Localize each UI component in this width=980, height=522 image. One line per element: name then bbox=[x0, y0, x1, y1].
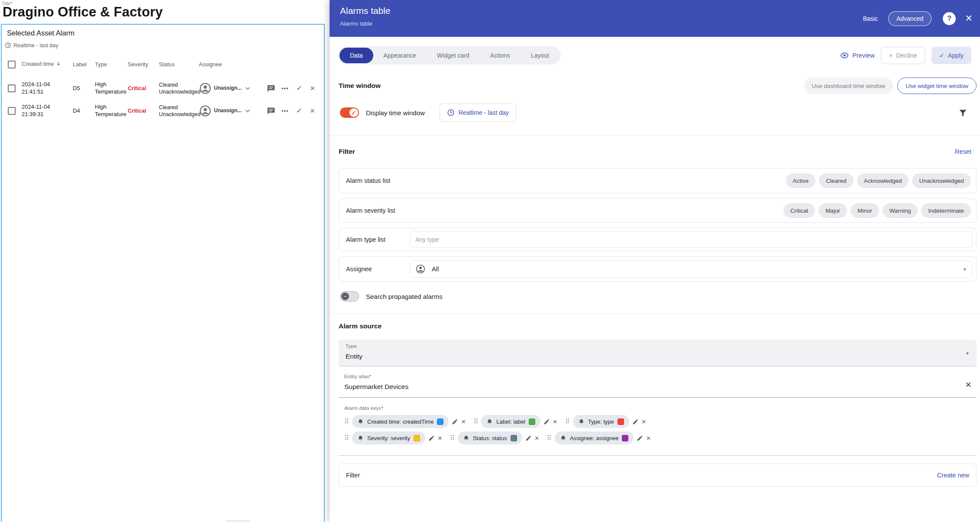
assignee-select[interactable]: All ▾ bbox=[410, 260, 973, 278]
row-checkbox[interactable] bbox=[8, 84, 16, 92]
column-header-assignee[interactable]: Assignee bbox=[199, 61, 254, 68]
tab-actions[interactable]: Actions bbox=[480, 48, 521, 63]
column-header-severity[interactable]: Severity bbox=[128, 61, 157, 68]
assignee-select[interactable]: Unassign... bbox=[199, 82, 254, 95]
edit-icon[interactable] bbox=[543, 418, 550, 425]
advanced-mode-button[interactable]: Advanced bbox=[888, 11, 931, 26]
chevron-down-icon[interactable] bbox=[244, 84, 252, 92]
table-row[interactable]: 2024-11-04 21:41:51 D5 High Temperature … bbox=[7, 77, 321, 100]
edit-icon[interactable] bbox=[632, 418, 639, 425]
display-time-window-toggle[interactable]: ✓ bbox=[340, 107, 359, 118]
clear-alarm-button[interactable]: × bbox=[310, 106, 315, 117]
tab-layout[interactable]: Layout bbox=[521, 48, 560, 63]
table-row[interactable]: 2024-11-04 21:39:31 D4 High Temperature … bbox=[7, 100, 321, 122]
severity-chip-indeterminate[interactable]: Indeterminate bbox=[921, 203, 971, 218]
tab-data[interactable]: Data bbox=[340, 48, 373, 63]
source-type-select[interactable]: Type Entity ▾ bbox=[339, 340, 977, 366]
status-chip-active[interactable]: Active bbox=[786, 173, 816, 188]
edit-icon[interactable] bbox=[452, 418, 458, 425]
status-chip-cleared[interactable]: Cleared bbox=[819, 173, 853, 188]
drag-handle-icon[interactable]: ⠿ bbox=[450, 434, 455, 442]
severity-chip-minor[interactable]: Minor bbox=[851, 203, 879, 218]
data-key-chip[interactable]: ⠿ Assignee: assignee × bbox=[547, 431, 651, 444]
remove-icon[interactable]: × bbox=[642, 418, 646, 425]
clear-icon[interactable]: × bbox=[965, 379, 971, 390]
keys-row: ⠿ Severity: severity × ⠿ Stat bbox=[344, 431, 650, 444]
drag-handle-icon[interactable]: ⠿ bbox=[344, 434, 349, 442]
drag-handle-icon[interactable]: ⠿ bbox=[565, 418, 570, 425]
key-color-swatch[interactable] bbox=[529, 418, 535, 425]
key-color-swatch[interactable] bbox=[437, 418, 443, 425]
key-color-swatch[interactable] bbox=[414, 435, 420, 441]
key-color-swatch[interactable] bbox=[618, 418, 624, 425]
remove-icon[interactable]: × bbox=[535, 434, 539, 442]
drag-handle-icon[interactable]: ⠿ bbox=[473, 418, 478, 425]
data-key-chip[interactable]: ⠿ Label: label × bbox=[473, 415, 557, 428]
search-propagated-toggle[interactable]: − bbox=[340, 291, 359, 302]
column-header-created-time[interactable]: Created time bbox=[22, 61, 71, 69]
severity-chip-warning[interactable]: Warning bbox=[883, 203, 918, 218]
remove-icon[interactable]: × bbox=[553, 418, 557, 425]
decline-button[interactable]: × Decline bbox=[881, 47, 925, 64]
basic-mode-button[interactable]: Basic bbox=[860, 15, 880, 22]
entity-alias-field[interactable]: Entity alias* Supermarket Devices × bbox=[339, 372, 977, 398]
use-widget-time-window-button[interactable]: Use widget time window bbox=[897, 78, 977, 94]
key-color-swatch[interactable] bbox=[622, 435, 628, 441]
assignee-select[interactable]: Unassign... bbox=[199, 104, 254, 117]
alarm-type-input[interactable] bbox=[410, 236, 972, 243]
tab-appearance[interactable]: Appearance bbox=[373, 48, 427, 63]
edit-icon[interactable] bbox=[525, 435, 532, 441]
config-subtitle: Alarms table bbox=[340, 20, 372, 27]
edit-icon[interactable] bbox=[428, 435, 435, 441]
account-circle-icon bbox=[199, 104, 212, 117]
drag-handle-icon[interactable]: ⠿ bbox=[344, 418, 349, 425]
clear-alarm-button[interactable]: × bbox=[310, 83, 315, 94]
apply-button[interactable]: ✓ Apply bbox=[931, 47, 971, 64]
filter-settings-button[interactable] bbox=[954, 104, 971, 121]
bell-icon bbox=[463, 435, 469, 441]
column-header-type[interactable]: Type bbox=[95, 61, 128, 68]
remove-icon[interactable]: × bbox=[438, 434, 442, 442]
edit-icon[interactable] bbox=[637, 435, 643, 441]
help-icon[interactable]: ? bbox=[943, 12, 956, 25]
create-new-filter-button[interactable]: Create new bbox=[937, 472, 969, 479]
caret-down-icon: ▾ bbox=[966, 350, 969, 356]
alarm-details-button[interactable] bbox=[267, 84, 275, 93]
close-icon[interactable]: × bbox=[964, 13, 974, 24]
data-key-chip[interactable]: ⠿ Status: status × bbox=[450, 431, 539, 444]
use-dashboard-time-window-button[interactable]: Use dashboard time window bbox=[804, 78, 893, 94]
alarm-data-keys-field: Alarm data keys* ⠿ Created time: created… bbox=[339, 404, 977, 456]
chevron-down-icon[interactable] bbox=[244, 107, 252, 115]
more-actions-button[interactable]: ••• bbox=[281, 85, 289, 92]
severity-chip-major[interactable]: Major bbox=[818, 203, 847, 218]
status-chip-acknowledged[interactable]: Acknowledged bbox=[857, 173, 909, 188]
sort-desc-icon[interactable] bbox=[55, 61, 61, 69]
tab-widget-card[interactable]: Widget card bbox=[427, 48, 480, 63]
data-key-chip[interactable]: ⠿ Created time: createdTime × bbox=[344, 415, 466, 428]
acknowledge-button[interactable]: ✓ bbox=[296, 106, 302, 116]
drag-handle-icon[interactable]: ⠿ bbox=[547, 434, 552, 442]
column-header-label[interactable]: Label bbox=[73, 61, 93, 68]
alarm-details-button[interactable] bbox=[267, 107, 275, 115]
remove-icon[interactable]: × bbox=[646, 434, 650, 442]
column-header-status[interactable]: Status bbox=[159, 61, 204, 68]
widget-timewindow[interactable]: Realtime - last day bbox=[5, 42, 58, 49]
select-all-checkbox[interactable] bbox=[8, 61, 16, 68]
alarm-data-keys-list: ⠿ Created time: createdTime × ⠿ bbox=[344, 415, 650, 444]
row-checkbox[interactable] bbox=[8, 107, 16, 115]
bell-icon bbox=[357, 435, 364, 441]
remove-icon[interactable]: × bbox=[461, 418, 466, 425]
key-color-swatch[interactable] bbox=[511, 435, 517, 441]
preview-button[interactable]: Preview bbox=[840, 51, 875, 60]
acknowledge-button[interactable]: ✓ bbox=[296, 84, 302, 93]
reset-button[interactable]: Reset bbox=[955, 148, 971, 155]
alarm-status-row: Alarm status list Active Cleared Acknowl… bbox=[339, 168, 977, 193]
data-key-chip[interactable]: ⠿ Severity: severity × bbox=[344, 431, 442, 444]
alarm-table-widget-preview[interactable]: Selected Asset Alarm Realtime - last day… bbox=[1, 24, 325, 522]
status-chip-unacknowledged[interactable]: Unacknowledged bbox=[912, 173, 971, 188]
dashboard-title[interactable]: Dragino Office & Factory bbox=[3, 4, 163, 20]
data-key-chip[interactable]: ⠿ Type: type × bbox=[565, 415, 646, 428]
time-window-value-button[interactable]: Realtime - last day bbox=[440, 104, 516, 122]
more-actions-button[interactable]: ••• bbox=[281, 107, 289, 115]
severity-chip-critical[interactable]: Critical bbox=[783, 203, 815, 218]
